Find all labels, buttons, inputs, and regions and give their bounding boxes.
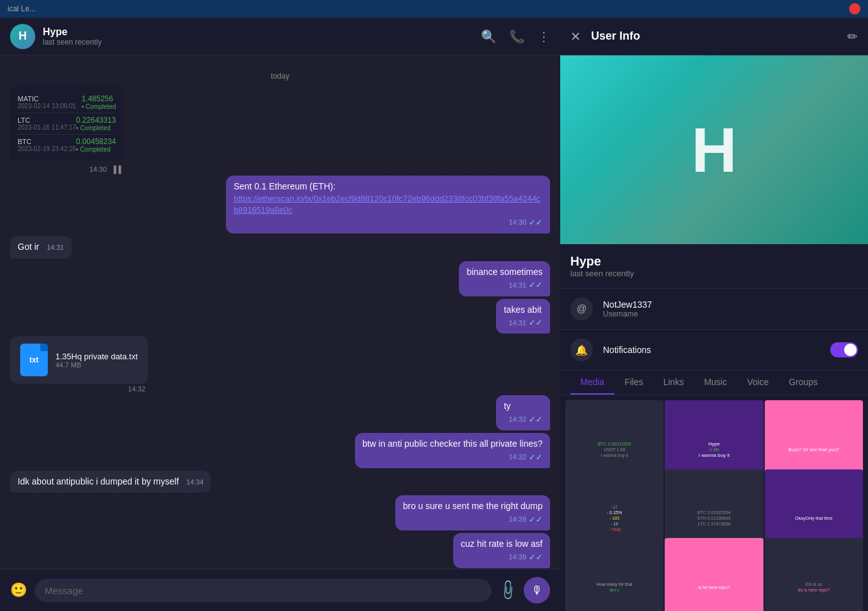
bubble: ty 14:32 ✓✓ <box>496 395 550 430</box>
attach-button[interactable]: 📎 <box>496 578 519 602</box>
media-tabs: Media Files Links Music Voice Groups <box>560 371 868 395</box>
top-bar-label: ical Le... <box>8 4 36 13</box>
read-receipts: ✓✓ <box>529 317 543 328</box>
bubble: Got ir 14:31 <box>10 236 72 259</box>
file-icon: txt <box>20 344 48 376</box>
tab-music[interactable]: Music <box>694 371 737 395</box>
info-user-name: Hype <box>570 254 858 269</box>
close-dot[interactable] <box>849 3 860 14</box>
msg-text: binance sometimes <box>466 267 543 277</box>
info-panel-title: User Info <box>591 30 847 43</box>
message-input[interactable] <box>35 579 492 602</box>
messages-area[interactable]: today MATIC2023-02-14 13:06:01 1.485256•… <box>0 55 560 569</box>
tab-links[interactable]: Links <box>653 371 694 395</box>
msg-text: Idk about antipublic i dumped it by myse… <box>18 476 179 486</box>
tab-media[interactable]: Media <box>570 371 614 395</box>
more-icon[interactable]: ⋮ <box>538 29 550 44</box>
media-thumb[interactable]: is he here repo? <box>665 538 763 611</box>
eth-link[interactable]: https://etherscan.io/tx/0x1eb2ecf9d88120… <box>234 193 543 216</box>
media-grid: BTC 0.00311656 USDT 1.66 I wanna buy it … <box>560 395 868 611</box>
chat-contact-name: Hype <box>43 26 481 38</box>
call-icon[interactable]: 📞 <box>509 29 525 44</box>
bubble: cuz hit rate is low asf 14:39 ✓✓ <box>453 533 550 568</box>
msg-text: ty <box>504 401 510 411</box>
msg-text: Got ir <box>18 242 39 252</box>
chat-header: H Hype last seen recently 🔍 📞 ⋮ <box>0 18 560 55</box>
msg-time: 14:39 <box>509 552 526 562</box>
file-name: 1.35Hq private data.txt <box>55 352 138 361</box>
media-thumb[interactable]: Eth & so do is here repo? <box>765 538 863 611</box>
read-receipts: ✓✓ <box>529 514 543 525</box>
search-icon[interactable]: 🔍 <box>481 29 497 44</box>
msg-row: Idk about antipublic i dumped it by myse… <box>10 471 550 493</box>
msg-time: 14:30 <box>509 218 526 227</box>
file-size: 44.7 MB <box>55 361 138 369</box>
notifications-label: Notifications <box>603 345 820 355</box>
edit-button[interactable]: ✏ <box>847 29 858 44</box>
notifications-toggle[interactable] <box>830 342 858 357</box>
info-header: ✕ User Info ✏ <box>560 18 868 55</box>
tab-files[interactable]: Files <box>614 371 653 395</box>
info-username-row: @ NotJew1337 Username <box>560 289 868 330</box>
msg-time: 14:39 <box>509 515 526 524</box>
read-receipts: ✓✓ <box>529 452 543 463</box>
msg-row: Sent 0.1 Ethereum (ETH): https://ethersc… <box>10 176 550 233</box>
date-divider: today <box>10 72 550 81</box>
msg-row: txt 1.35Hq private data.txt 44.7 MB 14:3… <box>10 336 550 393</box>
info-name-section: Hype last seen recently <box>560 244 868 289</box>
info-avatar-section: H <box>560 55 868 244</box>
username-sublabel: Username <box>603 310 858 318</box>
mic-button[interactable]: 🎙 <box>524 577 550 603</box>
msg-row: binance sometimes 14:31 ✓✓ <box>10 261 550 296</box>
eth-send-text: Sent 0.1 Ethereum (ETH): <box>234 181 543 193</box>
info-row-content: NotJew1337 Username <box>603 300 858 318</box>
msg-time: 14:32 <box>509 452 526 462</box>
msg-time: 14:31 <box>509 281 526 290</box>
msg-row: ty 14:32 ✓✓ <box>10 395 550 430</box>
read-receipts: ✓✓ <box>529 217 543 228</box>
info-user-status: last seen recently <box>570 269 858 278</box>
read-receipts: ✓✓ <box>529 414 543 425</box>
avatar: H <box>10 24 35 49</box>
msg-row: cuz hit rate is low asf 14:39 ✓✓ <box>10 533 550 568</box>
chat-header-info: Hype last seen recently <box>43 26 481 47</box>
info-row-content: Notifications <box>603 345 820 355</box>
user-info-panel: ✕ User Info ✏ H Hype last seen recently … <box>560 18 868 611</box>
bubble: binance sometimes 14:31 ✓✓ <box>459 261 550 296</box>
bubble: Idk about antipublic i dumped it by myse… <box>10 471 211 493</box>
crypto-widget: MATIC2023-02-14 13:06:01 1.485256• Compl… <box>10 87 123 173</box>
username-icon: @ <box>570 298 593 320</box>
chat-contact-status: last seen recently <box>43 38 481 47</box>
msg-text: takes abit <box>504 305 541 315</box>
emoji-button[interactable]: 🙂 <box>10 582 27 598</box>
username-value: NotJew1337 <box>603 300 858 310</box>
msg-text: cuz hit rate is low asf <box>461 539 543 549</box>
read-receipts: ✓✓ <box>529 279 543 291</box>
file-time: 14:32 <box>10 385 148 393</box>
msg-time: 14:31 <box>47 244 64 251</box>
close-button[interactable]: ✕ <box>570 29 581 44</box>
file-bubble[interactable]: txt 1.35Hq private data.txt 44.7 MB <box>10 336 148 384</box>
main-layout: H Hype last seen recently 🔍 📞 ⋮ today <box>0 18 868 611</box>
msg-text: btw in anti public checker this all priv… <box>363 439 543 449</box>
read-receipts: ✓✓ <box>529 552 543 563</box>
file-message: txt 1.35Hq private data.txt 44.7 MB 14:3… <box>10 336 148 393</box>
tab-groups[interactable]: Groups <box>779 371 828 395</box>
media-thumb[interactable]: How many for that dm u <box>565 538 663 611</box>
chat-header-actions: 🔍 📞 ⋮ <box>481 29 550 44</box>
msg-row: bro u sure u sent me the right dump 14:3… <box>10 495 550 530</box>
msg-row: takes abit 14:31 ✓✓ <box>10 299 550 334</box>
bubble: btw in anti public checker this all priv… <box>355 433 550 468</box>
top-bar: ical Le... <box>0 0 868 18</box>
tab-voice[interactable]: Voice <box>737 371 779 395</box>
file-info: 1.35Hq private data.txt 44.7 MB <box>55 352 138 369</box>
info-avatar-letter: H <box>691 114 736 186</box>
bubble: Sent 0.1 Ethereum (ETH): https://ethersc… <box>226 176 550 233</box>
notification-icon: 🔔 <box>570 339 593 361</box>
msg-row: btw in anti public checker this all priv… <box>10 433 550 468</box>
bubble: takes abit 14:31 ✓✓ <box>496 299 550 334</box>
msg-row: Got ir 14:31 <box>10 236 550 259</box>
msg-text: bro u sure u sent me the right dump <box>403 501 543 511</box>
input-area: 🙂 📎 🎙 <box>0 569 560 611</box>
msg-time: 14:32 <box>509 415 526 424</box>
